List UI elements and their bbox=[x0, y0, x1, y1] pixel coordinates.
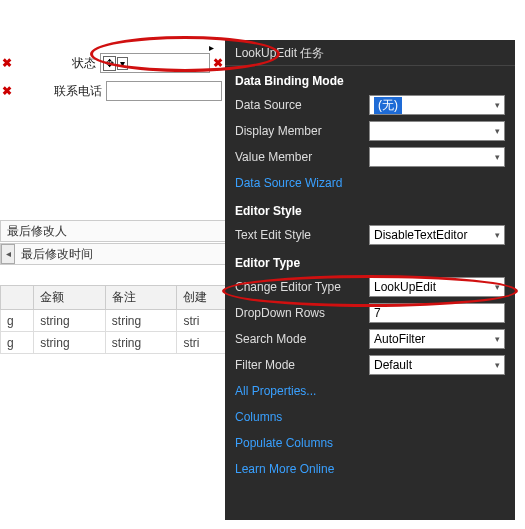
section-editor-type: Editor Type bbox=[225, 248, 515, 274]
delete-icon[interactable]: ✖ bbox=[0, 56, 13, 70]
grid-header-row: 金额 备注 创建 bbox=[1, 286, 240, 310]
row-text-edit-style: Text Edit Style DisableTextEditor ▾ bbox=[225, 222, 515, 248]
footer-fields: 最后修改人 ◂ 最后修改时间 bbox=[0, 220, 230, 266]
filter-mode-dropdown[interactable]: Default ▾ bbox=[369, 355, 505, 375]
chevron-down-icon: ▾ bbox=[495, 334, 500, 344]
row-filter-mode: Filter Mode Default ▾ bbox=[225, 352, 515, 378]
all-properties-link[interactable]: All Properties... bbox=[235, 384, 316, 398]
cell[interactable]: string bbox=[34, 310, 106, 332]
row-value-member: Value Member ▾ bbox=[225, 144, 515, 170]
col-amount[interactable]: 金额 bbox=[34, 286, 106, 310]
learn-more-link[interactable]: Learn More Online bbox=[235, 462, 334, 476]
phone-input[interactable] bbox=[106, 81, 222, 101]
search-mode-label: Search Mode bbox=[235, 332, 363, 346]
data-source-wizard-link[interactable]: Data Source Wizard bbox=[235, 176, 342, 190]
cell[interactable]: string bbox=[105, 332, 177, 354]
row-display-member: Display Member ▾ bbox=[225, 118, 515, 144]
dropdown-icon[interactable]: ▾ bbox=[117, 57, 128, 70]
cell[interactable]: g bbox=[1, 310, 34, 332]
prev-icon[interactable]: ◂ bbox=[1, 244, 15, 264]
row-dropdown-rows: DropDown Rows 7 bbox=[225, 300, 515, 326]
text-edit-style-dropdown[interactable]: DisableTextEditor ▾ bbox=[369, 225, 505, 245]
col-blank[interactable] bbox=[1, 286, 34, 310]
display-member-label: Display Member bbox=[235, 124, 363, 138]
filter-mode-label: Filter Mode bbox=[235, 358, 363, 372]
dropdown-rows-input[interactable]: 7 bbox=[369, 303, 505, 323]
row-data-source: Data Source (无) ▾ bbox=[225, 92, 515, 118]
cell[interactable]: string bbox=[105, 310, 177, 332]
table-row[interactable]: g string string stri bbox=[1, 332, 240, 354]
chevron-down-icon: ▾ bbox=[495, 282, 500, 292]
populate-columns-link[interactable]: Populate Columns bbox=[235, 436, 333, 450]
tasks-panel: LookUpEdit 任务 Data Binding Mode Data Sou… bbox=[225, 40, 515, 520]
cell[interactable]: g bbox=[1, 332, 34, 354]
filter-mode-value: Default bbox=[374, 358, 412, 372]
search-mode-dropdown[interactable]: AutoFilter ▾ bbox=[369, 329, 505, 349]
row-search-mode: Search Mode AutoFilter ▾ bbox=[225, 326, 515, 352]
last-modtime-label: 最后修改时间 bbox=[15, 246, 99, 263]
tasks-title: LookUpEdit 任务 bbox=[225, 40, 515, 66]
value-member-dropdown[interactable]: ▾ bbox=[369, 147, 505, 167]
smarttag-icon[interactable]: ▸ bbox=[209, 42, 214, 53]
data-source-dropdown[interactable]: (无) ▾ bbox=[369, 95, 505, 115]
display-member-dropdown[interactable]: ▾ bbox=[369, 121, 505, 141]
data-source-label: Data Source bbox=[235, 98, 363, 112]
cell[interactable]: string bbox=[34, 332, 106, 354]
section-editor-style: Editor Style bbox=[225, 196, 515, 222]
move-handle-icon[interactable]: ✥ bbox=[103, 56, 116, 71]
search-mode-value: AutoFilter bbox=[374, 332, 425, 346]
change-editor-type-value: LookUpEdit bbox=[374, 280, 436, 294]
chevron-down-icon: ▾ bbox=[495, 126, 500, 136]
text-edit-style-label: Text Edit Style bbox=[235, 228, 363, 242]
status-label: 状态 bbox=[13, 55, 100, 72]
delete-icon[interactable]: ✖ bbox=[0, 84, 14, 98]
text-edit-style-value: DisableTextEditor bbox=[374, 228, 467, 242]
dropdown-rows-value: 7 bbox=[374, 306, 381, 320]
value-member-label: Value Member bbox=[235, 150, 363, 164]
dropdown-rows-label: DropDown Rows bbox=[235, 306, 363, 320]
columns-link[interactable]: Columns bbox=[235, 410, 282, 424]
change-editor-type-dropdown[interactable]: LookUpEdit ▾ bbox=[369, 277, 505, 297]
chevron-down-icon: ▾ bbox=[495, 100, 500, 110]
delete-icon[interactable]: ✖ bbox=[212, 56, 225, 70]
last-modtime-row: ◂ 最后修改时间 bbox=[0, 243, 230, 265]
chevron-down-icon: ▾ bbox=[495, 360, 500, 370]
phone-field-row: ✖ 联系电话 bbox=[0, 80, 225, 102]
table-row[interactable]: g string string stri bbox=[1, 310, 240, 332]
chevron-down-icon: ▾ bbox=[495, 230, 500, 240]
section-data-binding: Data Binding Mode bbox=[225, 66, 515, 92]
data-source-value: (无) bbox=[374, 97, 402, 114]
col-remark[interactable]: 备注 bbox=[105, 286, 177, 310]
chevron-down-icon: ▾ bbox=[495, 152, 500, 162]
last-modifier-row: 最后修改人 bbox=[0, 220, 230, 242]
status-field-row: ✖ 状态 ✥ ▾ ✖ bbox=[0, 52, 225, 74]
row-change-editor-type: Change Editor Type LookUpEdit ▾ bbox=[225, 274, 515, 300]
phone-label: 联系电话 bbox=[14, 83, 106, 100]
status-lookupedit[interactable]: ✥ ▾ bbox=[100, 53, 210, 73]
last-modifier-label: 最后修改人 bbox=[1, 223, 73, 240]
data-grid: 金额 备注 创建 g string string stri g string s… bbox=[0, 285, 240, 354]
change-editor-type-label: Change Editor Type bbox=[235, 280, 363, 294]
